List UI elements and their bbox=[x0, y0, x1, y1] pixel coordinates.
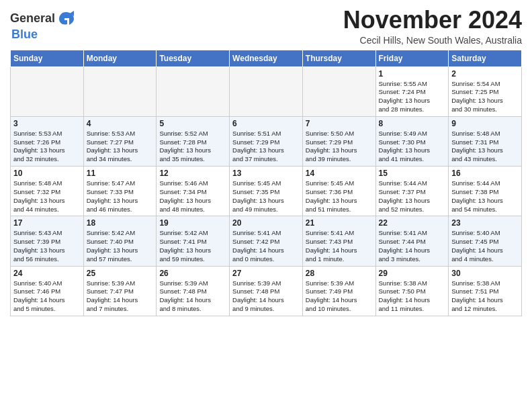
calendar-table: SundayMondayTuesdayWednesdayThursdayFrid… bbox=[10, 50, 522, 316]
day-info: Sunrise: 5:41 AM Sunset: 7:43 PM Dayligh… bbox=[306, 229, 373, 263]
calendar-day-17: 17Sunrise: 5:43 AM Sunset: 7:39 PM Dayli… bbox=[11, 216, 84, 266]
day-number: 6 bbox=[232, 119, 300, 128]
day-info: Sunrise: 5:39 AM Sunset: 7:48 PM Dayligh… bbox=[232, 279, 300, 314]
calendar-week-4: 17Sunrise: 5:43 AM Sunset: 7:39 PM Dayli… bbox=[11, 216, 522, 266]
day-info: Sunrise: 5:53 AM Sunset: 7:26 PM Dayligh… bbox=[13, 130, 81, 164]
calendar-day-23: 23Sunrise: 5:40 AM Sunset: 7:45 PM Dayli… bbox=[449, 216, 522, 266]
calendar-header-sunday: Sunday bbox=[11, 50, 84, 66]
day-number: 12 bbox=[159, 169, 226, 178]
day-number: 17 bbox=[13, 218, 81, 228]
day-number: 8 bbox=[379, 119, 446, 128]
day-info: Sunrise: 5:42 AM Sunset: 7:41 PM Dayligh… bbox=[159, 229, 226, 263]
day-number: 18 bbox=[87, 218, 154, 228]
day-info: Sunrise: 5:48 AM Sunset: 7:32 PM Dayligh… bbox=[13, 179, 81, 214]
day-info: Sunrise: 5:45 AM Sunset: 7:35 PM Dayligh… bbox=[232, 179, 300, 214]
day-number: 30 bbox=[451, 269, 519, 278]
calendar-day-24: 24Sunrise: 5:40 AM Sunset: 7:46 PM Dayli… bbox=[11, 266, 84, 316]
day-info: Sunrise: 5:47 AM Sunset: 7:33 PM Dayligh… bbox=[87, 179, 154, 214]
logo-general: General bbox=[10, 12, 55, 26]
day-info: Sunrise: 5:46 AM Sunset: 7:34 PM Dayligh… bbox=[159, 179, 226, 214]
calendar-day-3: 3Sunrise: 5:53 AM Sunset: 7:26 PM Daylig… bbox=[11, 116, 84, 166]
day-info: Sunrise: 5:52 AM Sunset: 7:28 PM Dayligh… bbox=[159, 130, 226, 164]
day-info: Sunrise: 5:42 AM Sunset: 7:40 PM Dayligh… bbox=[87, 229, 154, 263]
day-info: Sunrise: 5:49 AM Sunset: 7:30 PM Dayligh… bbox=[379, 130, 446, 164]
day-info: Sunrise: 5:38 AM Sunset: 7:50 PM Dayligh… bbox=[379, 279, 446, 314]
day-number: 11 bbox=[87, 169, 154, 178]
day-number: 22 bbox=[379, 218, 446, 228]
calendar-day-19: 19Sunrise: 5:42 AM Sunset: 7:41 PM Dayli… bbox=[157, 216, 230, 266]
day-info: Sunrise: 5:53 AM Sunset: 7:27 PM Dayligh… bbox=[87, 130, 154, 164]
logo: General Blue bbox=[10, 9, 75, 42]
day-number: 27 bbox=[232, 269, 300, 278]
calendar-header-saturday: Saturday bbox=[449, 50, 522, 66]
subtitle: Cecil Hills, New South Wales, Australia bbox=[343, 35, 522, 46]
month-title: November 2024 bbox=[343, 7, 522, 34]
calendar-day-27: 27Sunrise: 5:39 AM Sunset: 7:48 PM Dayli… bbox=[230, 266, 303, 316]
logo-blue: Blue bbox=[11, 28, 75, 42]
day-number: 26 bbox=[159, 269, 226, 278]
day-info: Sunrise: 5:43 AM Sunset: 7:39 PM Dayligh… bbox=[13, 229, 81, 263]
calendar-week-1: 1Sunrise: 5:55 AM Sunset: 7:24 PM Daylig… bbox=[11, 66, 522, 116]
day-info: Sunrise: 5:39 AM Sunset: 7:49 PM Dayligh… bbox=[306, 279, 373, 314]
calendar-day-4: 4Sunrise: 5:53 AM Sunset: 7:27 PM Daylig… bbox=[83, 116, 157, 166]
day-info: Sunrise: 5:40 AM Sunset: 7:45 PM Dayligh… bbox=[451, 229, 519, 263]
day-info: Sunrise: 5:51 AM Sunset: 7:29 PM Dayligh… bbox=[232, 130, 300, 164]
calendar-day-16: 16Sunrise: 5:44 AM Sunset: 7:38 PM Dayli… bbox=[449, 167, 522, 216]
day-number: 13 bbox=[232, 169, 300, 178]
calendar-day-28: 28Sunrise: 5:39 AM Sunset: 7:49 PM Dayli… bbox=[302, 266, 375, 316]
calendar-day-6: 6Sunrise: 5:51 AM Sunset: 7:29 PM Daylig… bbox=[230, 116, 303, 166]
day-number: 10 bbox=[13, 169, 81, 178]
calendar-day-1: 1Sunrise: 5:55 AM Sunset: 7:24 PM Daylig… bbox=[375, 66, 449, 116]
day-number: 14 bbox=[306, 169, 373, 178]
day-info: Sunrise: 5:54 AM Sunset: 7:25 PM Dayligh… bbox=[451, 80, 519, 114]
day-number: 2 bbox=[451, 69, 519, 79]
day-number: 19 bbox=[159, 218, 226, 228]
day-info: Sunrise: 5:44 AM Sunset: 7:38 PM Dayligh… bbox=[451, 179, 519, 214]
calendar-week-3: 10Sunrise: 5:48 AM Sunset: 7:32 PM Dayli… bbox=[11, 167, 522, 216]
day-info: Sunrise: 5:50 AM Sunset: 7:29 PM Dayligh… bbox=[306, 130, 373, 164]
calendar-header-row: SundayMondayTuesdayWednesdayThursdayFrid… bbox=[11, 50, 522, 66]
calendar-day-8: 8Sunrise: 5:49 AM Sunset: 7:30 PM Daylig… bbox=[375, 116, 449, 166]
page-header: General Blue November 2024 Cecil Hills, … bbox=[10, 7, 522, 46]
calendar-day-empty bbox=[302, 66, 375, 116]
calendar-day-empty bbox=[11, 66, 84, 116]
day-number: 24 bbox=[13, 269, 81, 278]
day-number: 25 bbox=[87, 269, 154, 278]
logo-icon bbox=[56, 9, 75, 28]
day-info: Sunrise: 5:45 AM Sunset: 7:36 PM Dayligh… bbox=[306, 179, 373, 214]
day-info: Sunrise: 5:55 AM Sunset: 7:24 PM Dayligh… bbox=[379, 80, 446, 114]
day-number: 3 bbox=[13, 119, 81, 128]
day-number: 15 bbox=[379, 169, 446, 178]
calendar-header-wednesday: Wednesday bbox=[230, 50, 303, 66]
day-info: Sunrise: 5:44 AM Sunset: 7:37 PM Dayligh… bbox=[379, 179, 446, 214]
day-number: 5 bbox=[159, 119, 226, 128]
calendar-day-26: 26Sunrise: 5:39 AM Sunset: 7:48 PM Dayli… bbox=[157, 266, 230, 316]
day-number: 1 bbox=[379, 69, 446, 79]
calendar-day-21: 21Sunrise: 5:41 AM Sunset: 7:43 PM Dayli… bbox=[302, 216, 375, 266]
day-info: Sunrise: 5:48 AM Sunset: 7:31 PM Dayligh… bbox=[451, 130, 519, 164]
calendar-day-empty bbox=[83, 66, 157, 116]
calendar-day-20: 20Sunrise: 5:41 AM Sunset: 7:42 PM Dayli… bbox=[230, 216, 303, 266]
day-number: 23 bbox=[451, 218, 519, 228]
calendar-day-22: 22Sunrise: 5:41 AM Sunset: 7:44 PM Dayli… bbox=[375, 216, 449, 266]
calendar-week-5: 24Sunrise: 5:40 AM Sunset: 7:46 PM Dayli… bbox=[11, 266, 522, 316]
day-info: Sunrise: 5:39 AM Sunset: 7:47 PM Dayligh… bbox=[87, 279, 154, 314]
day-info: Sunrise: 5:41 AM Sunset: 7:44 PM Dayligh… bbox=[379, 229, 446, 263]
calendar-header-tuesday: Tuesday bbox=[157, 50, 230, 66]
day-info: Sunrise: 5:39 AM Sunset: 7:48 PM Dayligh… bbox=[159, 279, 226, 314]
calendar-header-friday: Friday bbox=[375, 50, 449, 66]
calendar-header-thursday: Thursday bbox=[302, 50, 375, 66]
calendar-day-14: 14Sunrise: 5:45 AM Sunset: 7:36 PM Dayli… bbox=[302, 167, 375, 216]
calendar-day-13: 13Sunrise: 5:45 AM Sunset: 7:35 PM Dayli… bbox=[230, 167, 303, 216]
calendar-header-monday: Monday bbox=[83, 50, 157, 66]
calendar-day-12: 12Sunrise: 5:46 AM Sunset: 7:34 PM Dayli… bbox=[157, 167, 230, 216]
calendar-week-2: 3Sunrise: 5:53 AM Sunset: 7:26 PM Daylig… bbox=[11, 116, 522, 166]
day-number: 20 bbox=[232, 218, 300, 228]
calendar-day-9: 9Sunrise: 5:48 AM Sunset: 7:31 PM Daylig… bbox=[449, 116, 522, 166]
day-info: Sunrise: 5:40 AM Sunset: 7:46 PM Dayligh… bbox=[13, 279, 81, 314]
calendar-day-5: 5Sunrise: 5:52 AM Sunset: 7:28 PM Daylig… bbox=[157, 116, 230, 166]
calendar-day-10: 10Sunrise: 5:48 AM Sunset: 7:32 PM Dayli… bbox=[11, 167, 84, 216]
day-info: Sunrise: 5:38 AM Sunset: 7:51 PM Dayligh… bbox=[451, 279, 519, 314]
day-number: 4 bbox=[87, 119, 154, 128]
day-info: Sunrise: 5:41 AM Sunset: 7:42 PM Dayligh… bbox=[232, 229, 300, 263]
